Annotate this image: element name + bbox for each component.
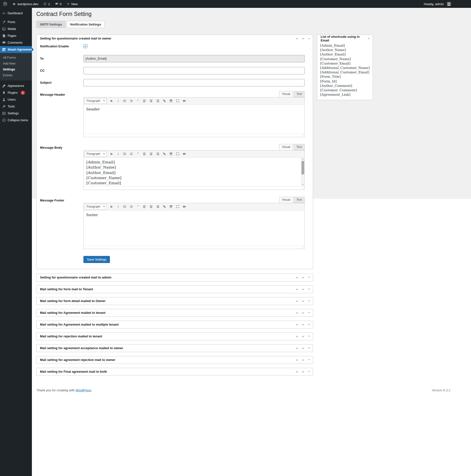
align-center-icon[interactable] [148,204,154,209]
align-left-icon[interactable] [141,204,148,209]
move-up-button[interactable] [295,36,300,41]
comments-menu[interactable]: 0 [52,0,64,8]
italic-icon[interactable]: I [115,98,121,104]
blockquote-icon[interactable]: “ [135,151,141,157]
align-left-icon[interactable] [141,98,148,104]
move-down-button[interactable] [301,287,305,292]
visual-tab[interactable]: Visual [279,91,293,97]
panel-title[interactable]: Mail setting for Final agreement mail to… [40,370,295,374]
toggle-panel-button[interactable] [306,357,311,362]
scroll-up-icon[interactable] [301,158,304,161]
sidebar-item-pages[interactable]: Pages [0,32,32,39]
updates-menu[interactable]: 1 [41,0,52,8]
sidebar-item-appearance[interactable]: Appearance [0,83,32,89]
align-center-icon[interactable] [148,98,154,104]
sidebar-item-settings[interactable]: Settings [0,110,32,117]
toggle-panel-button[interactable] [306,287,311,292]
bold-icon[interactable]: B [108,98,115,104]
italic-icon[interactable]: I [115,204,121,209]
message-header-content[interactable]: header [84,105,304,134]
sidebar-item-posts[interactable]: Posts [0,19,32,26]
toggle-panel-button[interactable] [306,334,311,339]
shortcode-panel-title[interactable]: List of shortcode using in Email [321,35,366,42]
bold-icon[interactable]: B [108,204,115,209]
site-name-menu[interactable]: wordpress-dev [10,0,41,8]
read-more-icon[interactable] [168,98,174,104]
move-down-button[interactable] [301,275,305,280]
sidebar-item-comments[interactable]: Comments [0,39,32,46]
move-up-button[interactable] [295,275,300,280]
move-down-button[interactable] [301,310,305,315]
bulleted-list-icon[interactable] [121,204,128,209]
panel-title[interactable]: Mail setting for rejection mailed to ten… [40,334,295,338]
bold-icon[interactable]: B [108,151,115,157]
bulleted-list-icon[interactable] [121,151,128,157]
read-more-icon[interactable] [168,204,174,209]
toggle-panel-button[interactable] [366,36,371,41]
panel-title[interactable]: Mail setting for form mail to Tenant [40,287,295,291]
align-right-icon[interactable] [154,151,161,157]
sidebar-item-media[interactable]: Media [0,26,32,32]
toolbar-toggle-icon[interactable] [181,98,187,104]
subject-input[interactable] [84,79,305,86]
numbered-list-icon[interactable]: 123 [128,204,135,209]
panel-title[interactable]: Mail setting for form detail mailed to O… [40,299,295,303]
fullscreen-icon[interactable] [174,98,181,104]
editor-scrollbar[interactable] [301,158,304,187]
toggle-panel-button[interactable] [306,310,311,315]
scroll-down-icon[interactable] [301,183,304,186]
sidebar-subitem-all-forms[interactable]: All Forms [0,55,32,61]
resize-handle[interactable] [302,246,304,248]
align-center-icon[interactable] [148,151,154,157]
move-down-button[interactable] [301,299,305,304]
my-account-menu[interactable]: Howdy, admin [421,0,453,8]
move-up-button[interactable] [295,369,300,374]
to-input[interactable] [84,55,305,62]
text-tab[interactable]: Text [294,144,305,150]
numbered-list-icon[interactable]: 123 [128,98,135,104]
wordpress-link[interactable]: WordPress [76,388,91,392]
panel-title[interactable]: Mail setting for Agreement mailed to ten… [40,311,295,315]
toggle-panel-button[interactable] [306,36,311,41]
message-body-content[interactable]: [Admin_Email][Author_Name][Author_Email]… [84,158,304,187]
visual-tab[interactable]: Visual [279,197,293,203]
new-content-menu[interactable]: New [64,0,80,8]
move-up-button[interactable] [295,357,300,362]
paragraph-dropdown[interactable]: Paragraph [85,204,107,209]
sidebar-subitem-entries[interactable]: Entries [0,72,32,78]
italic-icon[interactable]: I [115,151,121,157]
move-down-button[interactable] [301,36,305,41]
sidebar-item-users[interactable]: Users [0,96,32,103]
toggle-panel-button[interactable] [306,346,311,351]
toggle-panel-button[interactable] [306,322,311,327]
bulleted-list-icon[interactable] [121,98,128,104]
panel-title[interactable]: Mail setting for agreement rejection mai… [40,358,295,362]
scrollbar-thumb[interactable] [302,161,304,174]
visual-tab[interactable]: Visual [279,144,293,150]
move-up-button[interactable] [295,287,300,292]
fullscreen-icon[interactable] [174,151,181,157]
sidebar-item-tools[interactable]: Tools [0,103,32,110]
move-up-button[interactable] [295,299,300,304]
paragraph-dropdown[interactable]: Paragraph [85,151,107,157]
move-down-button[interactable] [301,334,305,339]
sidebar-item-dashboard[interactable]: Dashboard [0,10,32,17]
move-up-button[interactable] [295,322,300,327]
toolbar-toggle-icon[interactable] [181,204,187,209]
move-up-button[interactable] [295,334,300,339]
align-right-icon[interactable] [154,98,161,104]
sidebar-item-smart-agreements[interactable]: Smart Agreements [0,46,32,53]
move-down-button[interactable] [301,357,305,362]
move-down-button[interactable] [301,322,305,327]
message-footer-content[interactable]: footer [84,210,304,246]
blockquote-icon[interactable]: “ [135,98,141,104]
link-icon[interactable] [161,98,168,104]
resize-handle[interactable] [302,134,304,136]
panel-title[interactable]: Mail setting for Agreement mailed to mul… [40,323,295,326]
cc-input[interactable] [84,67,305,74]
link-icon[interactable] [161,204,168,209]
sidebar-item-collapse-menu[interactable]: Collapse menu [0,117,32,124]
wp-logo-menu[interactable]: W [0,0,10,8]
read-more-icon[interactable] [168,151,174,157]
fullscreen-icon[interactable] [174,204,181,209]
